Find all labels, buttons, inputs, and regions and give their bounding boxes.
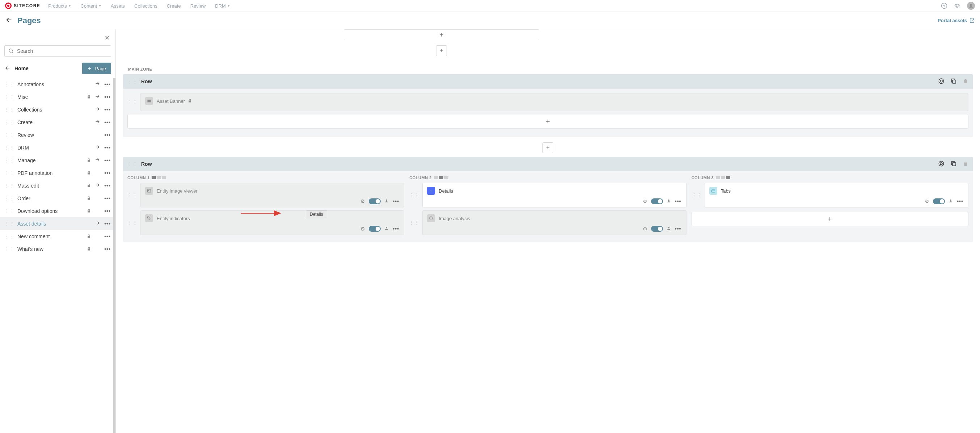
sidebar-item-create[interactable]: ⋮⋮ Create ••• [0,116,115,129]
gear-icon[interactable]: ⚙ [360,198,365,204]
more-icon[interactable]: ••• [104,246,111,252]
component-entity-image-viewer[interactable]: Entity image viewer ⚙ ••• [140,183,404,207]
more-icon[interactable]: ••• [104,183,111,189]
help-icon[interactable]: ? [941,3,947,9]
drag-handle-icon[interactable]: ⋮⋮ [409,183,420,207]
chevron-right-icon[interactable] [94,182,101,189]
row-header[interactable]: ⋮⋮ Row [123,74,973,89]
add-component-slot[interactable] [127,114,969,129]
home-back-arrow-icon[interactable] [4,65,11,72]
drag-handle-icon[interactable]: ⋮⋮ [127,210,137,235]
nav-products[interactable]: Products▼ [48,3,71,9]
row-header[interactable]: ⋮⋮ Row [123,157,973,171]
more-icon[interactable]: ••• [392,226,399,232]
gear-icon[interactable] [954,3,961,9]
add-page-button[interactable]: Page [82,63,111,74]
more-icon[interactable]: ••• [104,81,111,87]
drag-handle-icon[interactable]: ⋮⋮ [4,145,14,151]
more-icon[interactable]: ••• [104,94,111,100]
more-icon[interactable]: ••• [104,132,111,138]
drag-handle-icon[interactable]: ⋮⋮ [4,170,14,176]
chevron-right-icon[interactable] [94,106,101,113]
nav-drm[interactable]: DRM▼ [215,3,230,9]
drag-handle-icon[interactable]: ⋮⋮ [4,158,14,163]
more-icon[interactable]: ••• [675,226,682,232]
chevron-right-icon[interactable] [94,144,101,151]
sidebar-item-review[interactable]: ⋮⋮ Review ••• [0,129,115,141]
visibility-toggle[interactable] [369,198,381,204]
add-component-slot[interactable] [344,29,539,40]
gear-icon[interactable]: ⚙ [643,198,648,204]
drag-handle-icon[interactable]: ⋮⋮ [4,81,14,87]
add-row-button[interactable] [542,142,553,153]
search-input[interactable] [17,48,107,54]
drag-handle-icon[interactable]: ⋮⋮ [127,183,137,207]
chevron-right-icon[interactable] [94,93,101,100]
drag-handle-icon[interactable]: ⋮⋮ [4,196,14,201]
sidebar-item-mass-edit[interactable]: ⋮⋮ Mass edit ••• [0,179,115,192]
nav-create[interactable]: Create [167,3,181,9]
user-icon[interactable] [384,226,389,232]
visibility-toggle[interactable] [651,198,663,204]
sidebar-item-pdf-annotation[interactable]: ⋮⋮ PDF annotation ••• [0,167,115,179]
user-icon[interactable] [667,198,671,204]
more-icon[interactable]: ••• [956,198,964,204]
trash-icon[interactable] [963,161,969,168]
sidebar-item-new-comment[interactable]: ⋮⋮ New comment ••• [0,230,115,243]
nav-content[interactable]: Content▼ [81,3,101,9]
user-icon[interactable] [948,198,953,204]
drag-handle-icon[interactable]: ⋮⋮ [4,208,14,214]
sidebar-item-drm[interactable]: ⋮⋮ DRM ••• [0,141,115,154]
visibility-toggle[interactable] [933,198,945,204]
drag-handle-icon[interactable]: ⋮⋮ [4,132,14,138]
drag-handle-icon[interactable]: ⋮⋮ [4,107,14,113]
gear-icon[interactable]: ⚙ [360,226,365,232]
nav-assets[interactable]: Assets [111,3,125,9]
chevron-right-icon[interactable] [94,119,101,126]
close-icon[interactable] [104,34,110,42]
user-icon[interactable] [667,226,671,232]
component-asset-banner[interactable]: Asset Banner [140,93,969,111]
scrollbar[interactable] [113,78,115,433]
user-avatar[interactable] [967,2,975,10]
component-entity-indicators[interactable]: Entity indicators ⚙ ••• [140,210,404,235]
sidebar-item-download-options[interactable]: ⋮⋮ Download options ••• [0,205,115,217]
visibility-toggle[interactable] [369,226,381,232]
gear-icon[interactable]: ⚙ [643,226,648,232]
page-tree[interactable]: ⋮⋮ Annotations •••⋮⋮ Misc •••⋮⋮ Collecti… [0,78,115,433]
component-details[interactable]: i Details ⚙ ••• [422,183,686,207]
component-image-analysis[interactable]: i Image analysis ⚙ ••• [422,210,686,235]
drag-handle-icon[interactable]: ⋮⋮ [4,221,14,227]
more-icon[interactable]: ••• [104,107,111,113]
drag-handle-icon[interactable]: ⋮⋮ [4,246,14,252]
sidebar-item-annotations[interactable]: ⋮⋮ Annotations ••• [0,78,115,91]
user-icon[interactable] [384,198,389,204]
more-icon[interactable]: ••• [104,221,111,227]
add-row-button[interactable] [436,45,447,56]
back-arrow-icon[interactable] [5,16,13,25]
copy-icon[interactable] [950,78,957,86]
more-icon[interactable]: ••• [104,196,111,201]
sidebar-item-order[interactable]: ⋮⋮ Order ••• [0,192,115,205]
brand-logo[interactable]: SITECORE [5,3,40,9]
portal-assets-link[interactable]: Portal assets [938,18,975,24]
more-icon[interactable]: ••• [675,198,682,204]
drag-handle-icon[interactable]: ⋮⋮ [127,93,137,111]
nav-collections[interactable]: Collections [134,3,158,9]
sidebar-item-manage[interactable]: ⋮⋮ Manage ••• [0,154,115,167]
more-icon[interactable]: ••• [104,158,111,163]
drag-handle-icon[interactable]: ⋮⋮ [4,94,14,100]
sidebar-item-what's-new[interactable]: ⋮⋮ What's new ••• [0,243,115,255]
add-component-slot[interactable] [692,212,969,226]
gear-icon[interactable] [938,161,945,168]
gear-icon[interactable]: ⚙ [924,198,929,204]
drag-handle-icon[interactable]: ⋮⋮ [4,234,14,239]
more-icon[interactable]: ••• [392,198,399,204]
more-icon[interactable]: ••• [104,234,111,239]
drag-handle-icon[interactable]: ⋮⋮ [692,183,702,207]
component-tabs[interactable]: Tabs ⚙ ••• [705,183,969,207]
drag-handle-icon[interactable]: ⋮⋮ [4,183,14,189]
visibility-toggle[interactable] [651,226,663,232]
chevron-right-icon[interactable] [94,157,101,164]
more-icon[interactable]: ••• [104,145,111,151]
